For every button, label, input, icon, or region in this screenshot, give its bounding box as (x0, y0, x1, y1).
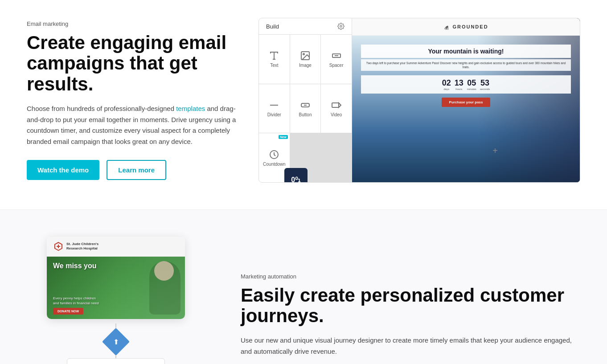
right-content: Build Text (258, 18, 580, 183)
countdown-seconds: 53 seconds (480, 78, 490, 90)
automation-heading: Easily create personalized customer jour… (241, 285, 580, 326)
watch-demo-button[interactable]: Watch the demo (27, 160, 99, 180)
templates-link[interactable]: templates (176, 105, 205, 112)
hospital-logo: St. Jude Children's Research Hospital (53, 241, 98, 252)
builder-item-countdown[interactable]: New Countdown 0⁰₁ (259, 133, 290, 182)
image-icon (300, 50, 311, 61)
left-content: Email marketing Create engaging email ca… (27, 20, 241, 180)
builder-item-button[interactable]: Button (290, 84, 321, 133)
new-badge: New (279, 135, 287, 139)
email-mountain-content: Your mountain is waiting! Two days left … (352, 36, 580, 182)
builder-item-image[interactable]: Image (290, 35, 321, 84)
builder-header: Build (259, 18, 352, 35)
email-text-overlay: Your mountain is waiting! Two days left … (361, 45, 571, 107)
cta-buttons: Watch the demo Learn more (27, 160, 241, 180)
spacer-icon (331, 50, 342, 61)
main-heading: Create engaging email campaigns that get… (27, 33, 241, 94)
countdown-minutes: 05 minutes (467, 78, 476, 90)
right-automation-content: Marketing automation Easily create perso… (241, 273, 580, 357)
diamond-icon: ⬆ (113, 338, 119, 346)
email-card: St. Jude Children's Research Hospital We… (47, 237, 185, 319)
description-part1: Choose from hundreds of professionally-d… (27, 105, 176, 112)
journey-diagram: ⬆ Did they "Donate" again? Yes No (27, 323, 205, 364)
email-preview: GROUNDED Your mountain is waiting! Two d… (352, 18, 580, 183)
spacer-item-label: Spacer (329, 63, 344, 68)
countdown-hours: 13 hours (455, 78, 463, 90)
automation-section: St. Jude Children's Research Hospital We… (0, 210, 607, 364)
boy-silhouette (116, 257, 185, 319)
learn-more-button[interactable]: Learn more (107, 160, 166, 180)
builder-item-divider[interactable]: Divider (259, 84, 290, 133)
svg-rect-10 (332, 103, 339, 107)
email-card-header: St. Jude Children's Research Hospital (47, 237, 185, 257)
hospital-icon (53, 241, 64, 252)
svg-point-4 (303, 53, 304, 55)
hospital-name: St. Jude Children's Research Hospital (66, 242, 98, 250)
email-card-image: We miss you Every penny helps children a… (47, 257, 185, 319)
leaf-icon (443, 24, 450, 30)
donate-button[interactable]: DONATE NOW (53, 308, 83, 315)
divider-icon (269, 100, 279, 110)
journey-question-box: Did they "Donate" again? (67, 358, 165, 364)
section-label: Email marketing (27, 20, 241, 27)
image-item-label: Image (299, 63, 312, 68)
automation-mockup: St. Jude Children's Research Hospital We… (27, 237, 205, 364)
countdown-floating: 0⁰₁ (284, 168, 308, 183)
countdown-days: 02 days (442, 78, 451, 90)
card-subtext: Every penny helps children and families … (53, 296, 99, 306)
countdown-icon (269, 149, 279, 160)
builder-grid: Text Image Spacer (259, 35, 352, 182)
diamond-node-wrapper: ⬆ (105, 331, 127, 353)
divider-item-label: Divider (267, 112, 281, 117)
text-item-label: Text (270, 63, 278, 68)
text-icon (269, 50, 279, 61)
email-headline: Your mountain is waiting! (361, 45, 571, 58)
video-item-label: Video (331, 112, 342, 117)
gear-icon[interactable] (337, 23, 345, 30)
we-miss-you-text: We miss you (53, 262, 97, 270)
video-icon (331, 100, 342, 110)
purchase-button[interactable]: Purchase your pass (442, 98, 490, 107)
builder-item-text[interactable]: Text (259, 35, 290, 84)
builder-label: Build (266, 23, 279, 30)
automation-description: Use our new and unique visual journey de… (241, 335, 580, 357)
automation-section-label: Marketing automation (241, 273, 580, 280)
countdown-item-label: Countdown (263, 162, 286, 167)
button-icon (300, 100, 311, 110)
email-preview-inner: GROUNDED Your mountain is waiting! Two d… (352, 18, 580, 182)
svg-point-0 (340, 25, 342, 27)
email-subtext: Two days left to purchase your Summer Ad… (361, 59, 571, 71)
email-marketing-section: Email marketing Create engaging email ca… (0, 0, 607, 210)
builder-panel: Build Text (258, 18, 352, 183)
builder-item-video[interactable]: Video (321, 84, 352, 133)
builder-item-spacer[interactable]: Spacer (321, 35, 352, 84)
description: Choose from hundreds of professionally-d… (27, 103, 241, 147)
button-item-label: Button (299, 112, 312, 117)
countdown-display: 02 days 13 hours 05 minutes (361, 75, 571, 94)
svg-marker-11 (339, 103, 341, 107)
brand-name: GROUNDED (452, 24, 488, 29)
grounded-logo: GROUNDED (352, 18, 580, 36)
